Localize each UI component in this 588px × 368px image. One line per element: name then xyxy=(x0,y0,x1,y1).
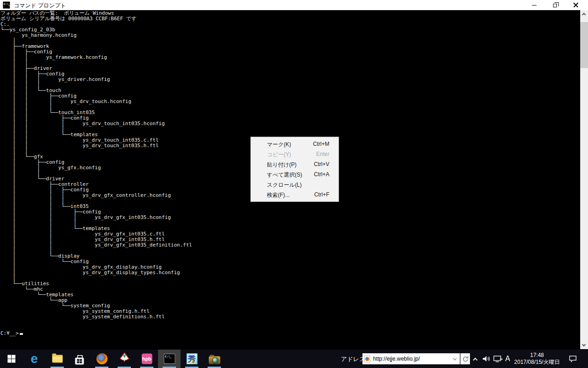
ethernet-icon xyxy=(493,355,503,363)
taskbar-item-firefox[interactable] xyxy=(90,350,113,368)
command-prompt-icon: C:\_ xyxy=(164,354,175,364)
taskbar-item-edge[interactable]: e xyxy=(23,350,45,368)
notification-bubble-icon xyxy=(568,355,577,363)
windows-logo-icon xyxy=(7,355,15,363)
command-prompt-line: C:¥__> xyxy=(0,331,23,336)
minimize-button[interactable] xyxy=(526,0,542,10)
taskbar-item-camera[interactable] xyxy=(203,350,226,368)
speaker-icon xyxy=(482,355,491,363)
address-toolbar-label: アドレス xyxy=(341,355,365,363)
address-url-text: http://ejje.weblio.jp/ xyxy=(373,356,452,362)
clock-date: 2017/08/15/火曜日 xyxy=(514,359,560,366)
scroll-down-button[interactable] xyxy=(580,341,588,349)
scroll-up-button[interactable] xyxy=(580,10,588,18)
menu-item-paste[interactable]: 貼り付け(P) Ctrl+V xyxy=(251,159,339,169)
menu-item-select-all[interactable]: すべて選択(S) Ctrl+A xyxy=(251,169,339,179)
file-explorer-icon xyxy=(52,355,62,363)
close-icon xyxy=(573,5,579,5)
taskbar: e hpb C:\_ 秀 アドレス http://ejje.weblio.jp/ xyxy=(0,350,588,368)
volume-button[interactable] xyxy=(481,350,492,368)
hidemaru-icon: 秀 xyxy=(187,353,198,364)
address-input[interactable]: http://ejje.weblio.jp/ xyxy=(362,353,460,364)
window-title: コマンド プロンプト xyxy=(14,2,66,10)
taskbar-item-ichitaro[interactable] xyxy=(113,350,136,368)
taskbar-item-store[interactable] xyxy=(68,350,90,368)
ime-mode-indicator[interactable]: A xyxy=(503,350,512,368)
taskbar-item-explorer[interactable] xyxy=(46,350,68,368)
refresh-icon xyxy=(462,356,469,362)
vertical-scrollbar[interactable] xyxy=(580,10,588,349)
prompt-text: C:¥__> xyxy=(0,330,19,336)
restore-button[interactable] xyxy=(547,0,562,10)
page-favicon xyxy=(364,356,370,362)
action-center-button[interactable] xyxy=(566,350,580,368)
hidden-icons-button[interactable] xyxy=(471,350,479,368)
chevron-down-icon xyxy=(582,343,586,346)
console-context-menu: マーク(K) Ctrl+M コピー(Y) Enter 貼り付け(P) Ctrl+… xyxy=(250,137,339,202)
close-button[interactable] xyxy=(568,0,583,10)
taskbar-item-hidemaru[interactable]: 秀 xyxy=(181,350,203,368)
menu-item-find[interactable]: 検索(F)... Ctrl+F xyxy=(251,190,339,200)
hpb-icon: hpb xyxy=(141,354,152,364)
restore-icon xyxy=(553,4,557,7)
edge-icon: e xyxy=(31,352,38,365)
start-button[interactable] xyxy=(0,350,23,368)
minimize-icon xyxy=(532,5,537,6)
network-button[interactable] xyxy=(492,350,503,368)
window-titlebar[interactable]: C:\_ コマンド プロンプト xyxy=(0,0,588,10)
store-bag-icon xyxy=(75,358,84,365)
fan-app-icon xyxy=(119,352,130,366)
address-dropdown-chevron-icon[interactable] xyxy=(453,356,457,360)
taskbar-item-cmd[interactable]: C:\_ xyxy=(158,350,181,368)
chevron-up-icon xyxy=(473,357,477,362)
cmd-window-icon: C:\_ xyxy=(3,1,10,9)
camera-app-icon xyxy=(209,356,220,364)
menu-item-scroll[interactable]: スクロール(L) xyxy=(251,179,339,190)
firefox-icon xyxy=(96,353,107,364)
menu-item-copy[interactable]: コピー(Y) Enter xyxy=(251,149,339,159)
clock-time: 17:48 xyxy=(530,352,544,359)
clock[interactable]: 17:48 2017/08/15/火曜日 xyxy=(512,350,562,368)
chevron-up-icon xyxy=(582,13,586,17)
menu-item-mark[interactable]: マーク(K) Ctrl+M xyxy=(251,139,339,149)
text-cursor xyxy=(20,333,23,335)
taskbar-item-hpb[interactable]: hpb xyxy=(136,350,158,368)
scrollbar-thumb[interactable] xyxy=(580,22,588,68)
address-go-button[interactable] xyxy=(460,353,470,364)
